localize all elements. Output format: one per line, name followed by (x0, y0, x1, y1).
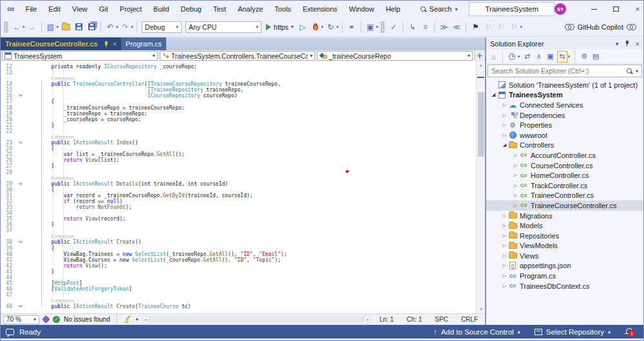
column-indicator[interactable]: Ch: 1 (402, 316, 426, 323)
tree-item-traineesdbcontext-cs[interactable]: ▷C#TraineesDbContext.cs (486, 281, 643, 291)
save-all-icon[interactable] (86, 21, 97, 34)
code-line[interactable]: 17 { (1, 99, 476, 104)
prev-bookmark-icon[interactable]: ⚐ (482, 21, 494, 34)
tree-item-traineessystem[interactable]: ◢TraineesSystem (486, 90, 643, 101)
menu-build[interactable]: Build (147, 1, 175, 17)
show-all-files-icon[interactable]: ▤ (591, 51, 601, 63)
feedback-icon[interactable] (6, 329, 14, 335)
code-line[interactable]: 30 { (1, 187, 476, 193)
select-repository-button[interactable]: Select Repository ▴ (535, 328, 611, 336)
tree-item-connected-services[interactable]: ▷☁Connected Services (486, 100, 643, 110)
platform-select[interactable]: Any CPU▾ (185, 21, 261, 33)
tab-program-cs[interactable]: Program.cs (121, 37, 166, 50)
pin-icon[interactable] (625, 41, 630, 46)
code-line[interactable]: 39 { (1, 246, 476, 251)
code-line[interactable]: 44 (1, 275, 476, 280)
codelens-references[interactable]: 0 references (26, 134, 74, 140)
menu-tools[interactable]: Tools (269, 1, 297, 17)
expand-icon[interactable]: ▷ (501, 213, 508, 219)
menu-help[interactable]: Help (380, 1, 406, 17)
nav-forward-icon[interactable]: → (26, 21, 38, 34)
code-line[interactable]: 16 ICourseRepository courseRepo) (1, 93, 476, 99)
github-copilot-button[interactable]: GitHub Copilot (565, 23, 643, 31)
tree-item-repositories[interactable]: ▷Repositories (486, 231, 643, 241)
tree-item-accountcontroller-cs[interactable]: ▷C#AccountController.cs (486, 150, 643, 161)
pin-icon[interactable] (103, 41, 109, 47)
expand-icon[interactable]: ▷ (512, 163, 519, 168)
code-line[interactable]: 35 return View(record); (1, 216, 476, 222)
sync-with-active-document-icon[interactable]: ⇆ (557, 51, 567, 63)
minimize-button[interactable] (583, 1, 605, 17)
chevron-down-icon[interactable]: ▾ (518, 54, 520, 59)
collapse-icon[interactable]: ◢ (501, 142, 508, 148)
debug-config-select[interactable]: Debug▾ (142, 21, 182, 33)
chevron-down-icon[interactable]: ▾ (568, 54, 571, 59)
menu-git[interactable]: Git (93, 1, 114, 17)
chevron-down-icon[interactable]: ▾ (23, 24, 25, 30)
expand-icon[interactable]: ▷ (501, 243, 508, 248)
expand-icon[interactable]: ▷ (512, 183, 519, 188)
chevron-down-icon[interactable]: ▾ (57, 24, 59, 30)
split-window-button[interactable]: ✛ (475, 51, 484, 61)
code-line[interactable]: 45 [HttpPost] (1, 280, 476, 286)
clear-bookmarks-icon[interactable]: ⚐ (508, 21, 520, 34)
add-to-source-control-button[interactable]: ↑ Add to Source Control ▴ (433, 328, 520, 336)
code-line[interactable]: 23 public IActionResult Index() (1, 140, 476, 146)
open-folder-icon[interactable] (60, 21, 71, 34)
tree-item-properties[interactable]: ▷⚙Properties (486, 120, 643, 130)
pending-changes-filter-icon[interactable] (507, 51, 517, 63)
code-line[interactable]: 21 } (1, 122, 476, 128)
tree-item-appsettings-json[interactable]: ▷{}appsettings.json (486, 261, 643, 271)
fold-chevron-icon[interactable] (19, 304, 23, 308)
search-button[interactable]: Search ▾ (414, 5, 464, 13)
code-line[interactable]: 20 _courseRepo = courseRepo; (1, 117, 476, 122)
code-line[interactable]: 28 (1, 170, 476, 175)
redo-icon[interactable]: ↷ (120, 21, 131, 34)
code-line[interactable]: 13 (1, 70, 476, 75)
code-line[interactable]: 29 public IActionResult Details(int trai… (1, 181, 476, 187)
type-dropdown[interactable]: TraineesSystem.Controllers.TraineeCourse… (160, 51, 316, 61)
panel-header[interactable]: Solution Explorer ▾ × (486, 37, 643, 50)
nav-back-icon[interactable]: ← (11, 21, 23, 34)
avatar[interactable]: SY (554, 3, 566, 15)
hot-reload-icon[interactable] (310, 21, 321, 34)
view-code-icon[interactable]: ↳ (406, 21, 418, 34)
solution-search-input[interactable]: Search Solution Explorer (Ctrl+;) ▾ (488, 64, 642, 77)
code-line[interactable]: 47 (1, 292, 476, 298)
code-editor[interactable]: 12 private readonly ICourseRepository _c… (1, 61, 485, 313)
new-project-icon[interactable]: ▧ (45, 21, 57, 34)
chevron-down-icon[interactable]: ▾ (376, 24, 379, 30)
expand-icon[interactable]: ▷ (501, 263, 508, 268)
code-line[interactable]: 31 var record = _traineeCourseRepo.GetBy… (1, 193, 476, 199)
notifications-button[interactable]: 1 (625, 328, 632, 335)
project-dropdown[interactable]: TraineesSystem ▾ (2, 51, 158, 61)
scrollbar-thumb[interactable] (478, 92, 484, 157)
fold-chevron-icon[interactable] (19, 93, 23, 97)
format-document-icon[interactable]: ≡ (419, 21, 431, 34)
code-line[interactable]: 33 return NotFound(); (1, 204, 476, 210)
save-icon[interactable] (73, 21, 84, 34)
toolbar-grip[interactable] (381, 21, 385, 33)
code-line[interactable]: 18 _traineeCourseRepo = traineeCourseRep… (1, 105, 476, 111)
tree-item-dependencies[interactable]: ▷Dependencies (486, 110, 643, 121)
vertical-scrollbar[interactable]: ▴ ▾ (476, 61, 485, 313)
start-debugging-button[interactable]: https▾ (263, 23, 296, 31)
scroll-left-icon[interactable]: ◂ (144, 317, 147, 322)
expand-icon[interactable]: ▷ (501, 102, 508, 108)
code-line[interactable]: 19 _traineeRepo = traineeRepo; (1, 111, 476, 117)
expand-icon[interactable]: ▷ (501, 233, 508, 239)
close-button[interactable]: × (627, 1, 644, 17)
chevron-down-icon[interactable]: ▾ (616, 41, 619, 47)
codelens-references[interactable]: 0 references (26, 233, 74, 239)
chevron-down-icon[interactable]: ▾ (336, 24, 339, 30)
tree-item-solution-traineessystem-1-of-1-project[interactable]: Solution 'TraineesSystem' (1 of 1 projec… (486, 80, 643, 90)
menu-file[interactable]: File (19, 1, 43, 17)
chevron-down-icon[interactable]: ▾ (131, 24, 134, 30)
restart-icon[interactable]: ↻ (325, 21, 336, 34)
spell-check-icon[interactable]: ✓ (388, 21, 399, 34)
tree-item-migrations[interactable]: ▷Migrations (486, 211, 643, 221)
tree-item-wwwroot[interactable]: ▷wwwroot (486, 130, 643, 141)
expand-icon[interactable]: ▷ (512, 193, 519, 198)
menu-edit[interactable]: Edit (43, 1, 66, 17)
expand-icon[interactable]: ▷ (512, 153, 519, 158)
